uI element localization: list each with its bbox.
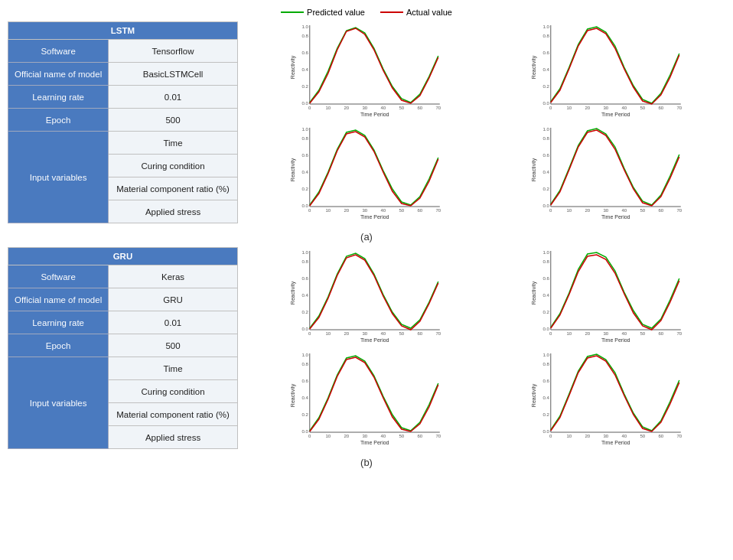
svg-text:Time Period: Time Period bbox=[360, 440, 389, 445]
svg-text:40: 40 bbox=[380, 208, 386, 213]
svg-text:50: 50 bbox=[399, 434, 404, 438]
svg-text:0.2: 0.2 bbox=[543, 412, 550, 417]
section-a-label: (a) bbox=[8, 231, 725, 243]
svg-text:20: 20 bbox=[585, 208, 591, 213]
model-name-label-a: Official name of model bbox=[8, 63, 109, 86]
svg-text:0: 0 bbox=[550, 434, 553, 438]
chart-b4: Reactivity Time Period 0.0 0.2 0.4 0.6 0… bbox=[487, 350, 725, 449]
epoch-value-a: 500 bbox=[109, 109, 238, 132]
svg-text:0.4: 0.4 bbox=[543, 67, 550, 72]
svg-text:0.8: 0.8 bbox=[543, 34, 550, 38]
section-b: GRU Software Keras Official name of mode… bbox=[8, 247, 725, 449]
svg-text:Reactivity: Reactivity bbox=[290, 55, 296, 79]
lr-value-a: 0.01 bbox=[109, 86, 238, 109]
lr-value-b: 0.01 bbox=[109, 311, 238, 334]
svg-text:0.8: 0.8 bbox=[301, 136, 308, 141]
svg-text:Time Period: Time Period bbox=[601, 440, 630, 445]
svg-text:10: 10 bbox=[567, 331, 572, 336]
svg-text:0.4: 0.4 bbox=[543, 293, 550, 298]
software-label-b: Software bbox=[8, 265, 109, 288]
svg-text:60: 60 bbox=[417, 434, 422, 438]
chart-b2: Reactivity Time Period 0.0 0.2 0.4 0.6 0… bbox=[487, 247, 725, 347]
lr-label-a: Learning rate bbox=[8, 86, 109, 109]
svg-text:0: 0 bbox=[308, 106, 311, 110]
svg-text:20: 20 bbox=[585, 106, 591, 110]
table-row: Learning rate 0.01 bbox=[8, 86, 238, 109]
svg-text:10: 10 bbox=[325, 434, 331, 438]
chart-a3-svg: Reactivity Time Period 0.0 0.2 0.4 0.6 0… bbox=[246, 124, 484, 223]
svg-text:50: 50 bbox=[640, 106, 646, 110]
svg-text:60: 60 bbox=[659, 208, 664, 213]
chart-b4-svg: Reactivity Time Period 0.0 0.2 0.4 0.6 0… bbox=[487, 350, 725, 449]
chart-b1: Reactivity Time Period 0.0 0.2 0.4 0.6 0… bbox=[246, 247, 484, 347]
svg-text:50: 50 bbox=[399, 208, 404, 213]
epoch-label-a: Epoch bbox=[8, 109, 109, 132]
svg-text:1.0: 1.0 bbox=[543, 353, 550, 357]
predicted-legend-item: Predicted value bbox=[281, 8, 365, 17]
svg-text:0: 0 bbox=[308, 434, 311, 438]
svg-text:0.0: 0.0 bbox=[301, 429, 308, 434]
svg-text:0.0: 0.0 bbox=[301, 203, 308, 208]
predicted-legend-label: Predicted value bbox=[307, 8, 365, 17]
svg-text:50: 50 bbox=[399, 106, 404, 110]
svg-text:40: 40 bbox=[622, 331, 627, 336]
svg-text:1.0: 1.0 bbox=[301, 353, 308, 357]
charts-grid-a: Reactivity Time Period 0.0 0.2 0.4 0.6 0… bbox=[246, 21, 725, 223]
table-row: Software Tensorflow bbox=[8, 40, 238, 63]
chart-a4: Reactivity Time Period 0.0 0.2 0.4 0.6 0… bbox=[487, 124, 725, 223]
svg-text:Time Period: Time Period bbox=[360, 337, 389, 343]
svg-text:0.4: 0.4 bbox=[543, 396, 550, 400]
svg-text:0.0: 0.0 bbox=[543, 429, 550, 434]
svg-text:0.6: 0.6 bbox=[543, 276, 550, 281]
svg-text:10: 10 bbox=[325, 208, 331, 213]
svg-text:70: 70 bbox=[677, 331, 683, 336]
svg-text:40: 40 bbox=[380, 106, 386, 110]
input-var-1-a: Time bbox=[109, 132, 238, 155]
svg-text:0.0: 0.0 bbox=[543, 203, 550, 208]
svg-text:Reactivity: Reactivity bbox=[531, 158, 537, 181]
table-row: Epoch 500 bbox=[8, 334, 238, 357]
chart-b3-svg: Reactivity Time Period 0.0 0.2 0.4 0.6 0… bbox=[246, 350, 484, 449]
table-row: Input variables Time bbox=[8, 357, 238, 380]
svg-text:70: 70 bbox=[435, 106, 441, 110]
chart-b3: Reactivity Time Period 0.0 0.2 0.4 0.6 0… bbox=[246, 350, 484, 449]
svg-text:0.4: 0.4 bbox=[301, 396, 308, 400]
svg-text:0: 0 bbox=[550, 106, 553, 110]
svg-text:20: 20 bbox=[344, 434, 349, 438]
svg-text:0: 0 bbox=[550, 331, 553, 336]
chart-a1: Reactivity Time Period 0.0 0.2 0.4 0.6 0… bbox=[246, 21, 484, 121]
section-b-label: (b) bbox=[8, 457, 725, 468]
actual-legend-line bbox=[380, 11, 403, 13]
chart-a2-svg: Reactivity Time Period 0.0 0.2 0.4 0.6 0… bbox=[487, 21, 725, 121]
svg-text:10: 10 bbox=[567, 106, 572, 110]
table-row: Epoch 500 bbox=[8, 109, 238, 132]
lr-label-b: Learning rate bbox=[8, 311, 109, 334]
svg-text:1.0: 1.0 bbox=[301, 24, 308, 29]
svg-text:30: 30 bbox=[604, 434, 609, 438]
input-var-3-b: Material component ratio (%) bbox=[109, 403, 238, 426]
svg-text:40: 40 bbox=[380, 331, 386, 336]
svg-text:20: 20 bbox=[344, 331, 349, 336]
svg-text:40: 40 bbox=[622, 434, 627, 438]
svg-text:Time Period: Time Period bbox=[601, 214, 630, 220]
svg-text:0.6: 0.6 bbox=[543, 50, 550, 55]
model-name-value-a: BasicLSTMCell bbox=[109, 63, 238, 86]
input-var-1-b: Time bbox=[109, 357, 238, 380]
actual-legend-item: Actual value bbox=[380, 8, 452, 17]
svg-text:1.0: 1.0 bbox=[543, 250, 550, 255]
svg-text:70: 70 bbox=[677, 208, 683, 213]
svg-text:0.6: 0.6 bbox=[301, 50, 308, 55]
svg-text:Reactivity: Reactivity bbox=[531, 281, 537, 304]
svg-text:30: 30 bbox=[362, 106, 367, 110]
chart-a2: Reactivity Time Period 0.0 0.2 0.4 0.6 0… bbox=[487, 21, 725, 121]
svg-text:0: 0 bbox=[550, 208, 553, 213]
actual-legend-label: Actual value bbox=[406, 8, 452, 17]
input-var-2-b: Curing condition bbox=[109, 380, 238, 403]
section-a: LSTM Software Tensorflow Official name o… bbox=[8, 21, 725, 223]
svg-text:0.0: 0.0 bbox=[301, 101, 308, 106]
svg-text:20: 20 bbox=[344, 208, 349, 213]
chart-b1-svg: Reactivity Time Period 0.0 0.2 0.4 0.6 0… bbox=[246, 247, 484, 347]
svg-text:1.0: 1.0 bbox=[301, 250, 308, 255]
svg-text:60: 60 bbox=[659, 106, 664, 110]
svg-text:0.2: 0.2 bbox=[301, 187, 308, 191]
